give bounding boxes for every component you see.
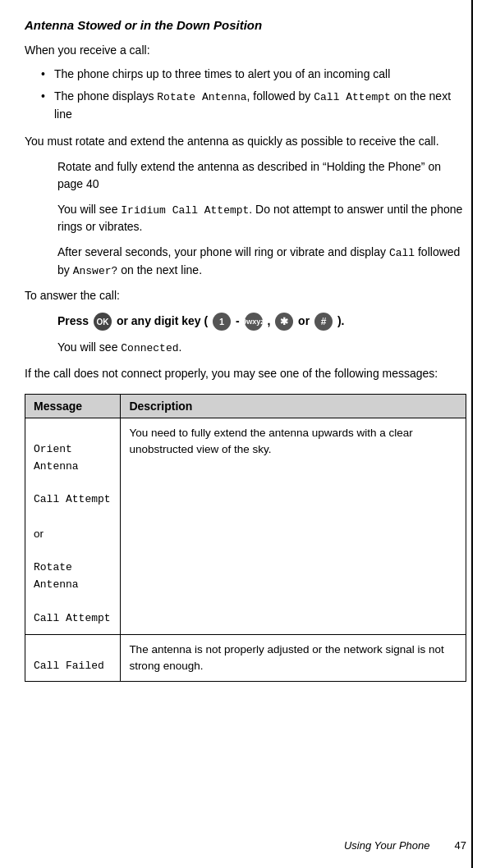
connected-mono: Connected (121, 342, 178, 354)
indented-para-1: Rotate and fully extend the antenna as d… (57, 158, 466, 193)
vertical-line (471, 0, 473, 868)
you-will-see: You will see (57, 340, 121, 354)
or-text-1: or (34, 528, 44, 540)
table-row: Call Failed The antenna is not properly … (25, 634, 466, 682)
nine-key: 9wxyz (245, 313, 263, 331)
to-answer-label: To answer the call: (25, 289, 120, 302)
bullet1-text: The phone chirps up to three times to al… (54, 67, 390, 80)
footer-label: Using Your Phone (344, 839, 430, 852)
page-footer: Using Your Phone 47 (344, 839, 466, 852)
table-body: Orient Antenna Call Attempt or Rotate An… (25, 418, 466, 682)
indented-block-1: Rotate and fully extend the antenna as d… (57, 158, 466, 280)
one-key: 1 (213, 313, 231, 331)
msg-cell-1: Orient Antenna Call Attempt or Rotate An… (25, 418, 121, 634)
indented-block-2: Press OK or any digit key ( 1 - 9wxyz , … (57, 313, 466, 357)
heading-text: Antenna Stowed or in the Down Position (25, 18, 262, 32)
bullet-list: The phone chirps up to three times to al… (41, 66, 466, 123)
indented-para-2: You will see Iridium Call Attempt. Do no… (57, 201, 466, 236)
msg-cell-2: Call Failed (25, 634, 121, 682)
press-or-text: or any digit key ( (117, 314, 208, 327)
ind2-mono: Iridium Call Attempt (121, 204, 249, 217)
msg-line-call-attempt-2: Call Attempt (34, 612, 111, 624)
table-header-row: Message Description (25, 394, 466, 418)
to-answer-text: To answer the call: (25, 287, 466, 304)
msg-line-orient-antenna: Orient Antenna (34, 443, 79, 473)
desc-cell-1: You need to fully extend the antenna upw… (121, 418, 466, 634)
col-description: Description (121, 394, 466, 418)
table-head: Message Description (25, 394, 466, 418)
bullet-item-2: The phone displays Rotate Antenna, follo… (41, 88, 466, 123)
press-label: Press (57, 314, 92, 327)
indented-para-3: After several seconds, your phone will r… (57, 244, 466, 279)
intro-text: When you receive a call: (25, 42, 466, 59)
desc-text-1: You need to fully extend the antenna upw… (129, 427, 413, 455)
msg-line-call-attempt-1: Call Attempt (34, 493, 111, 505)
ind3-mono2: Answer? (73, 265, 118, 277)
if-call-label: If the call does not connect properly, y… (25, 367, 438, 380)
intro-label: When you receive a call: (25, 43, 150, 57)
must-label: You must rotate and extend the antenna a… (25, 135, 439, 148)
desc-cell-2: The antenna is not properly adjusted or … (121, 634, 466, 682)
star-key: ✱ (275, 313, 293, 331)
footer-page: 47 (455, 839, 466, 852)
press-dash: - (236, 314, 243, 327)
press-line: Press OK or any digit key ( 1 - 9wxyz , … (57, 313, 466, 331)
msg-call-failed: Call Failed (34, 660, 104, 672)
bullet2-mono1: Rotate Antenna (157, 91, 246, 103)
must-text: You must rotate and extend the antenna a… (25, 133, 466, 150)
page-container: Antenna Stowed or in the Down Position W… (0, 0, 491, 868)
if-call-text: If the call does not connect properly, y… (25, 365, 466, 382)
bullet2-mono2: Call Attempt (314, 91, 391, 103)
ind3-part3: on the next line. (117, 263, 202, 276)
connected-end: . (179, 340, 182, 354)
ok-key: OK (94, 313, 112, 331)
bullet2-part1: The phone displays (54, 89, 157, 103)
bullet2-part2: , followed by (247, 89, 314, 103)
desc-text-2: The antenna is not properly adjusted or … (129, 643, 443, 672)
section-heading: Antenna Stowed or in the Down Position (25, 16, 466, 34)
ind3-mono1: Call (389, 247, 415, 259)
ind2-part1: You will see (57, 203, 121, 216)
hash-key: # (314, 313, 333, 331)
press-or2: or (298, 314, 313, 327)
press-close: ). (337, 314, 345, 327)
ind3-part1: After several seconds, your phone will r… (57, 245, 389, 258)
table-row: Orient Antenna Call Attempt or Rotate An… (25, 418, 466, 634)
message-table: Message Description Orient Antenna Call … (25, 394, 466, 683)
col-message: Message (25, 394, 121, 418)
press-comma: , (267, 314, 273, 327)
connected-line: You will see Connected. (57, 339, 466, 357)
bullet-item-1: The phone chirps up to three times to al… (41, 66, 466, 83)
msg-line-rotate-antenna: Rotate Antenna (34, 561, 79, 591)
